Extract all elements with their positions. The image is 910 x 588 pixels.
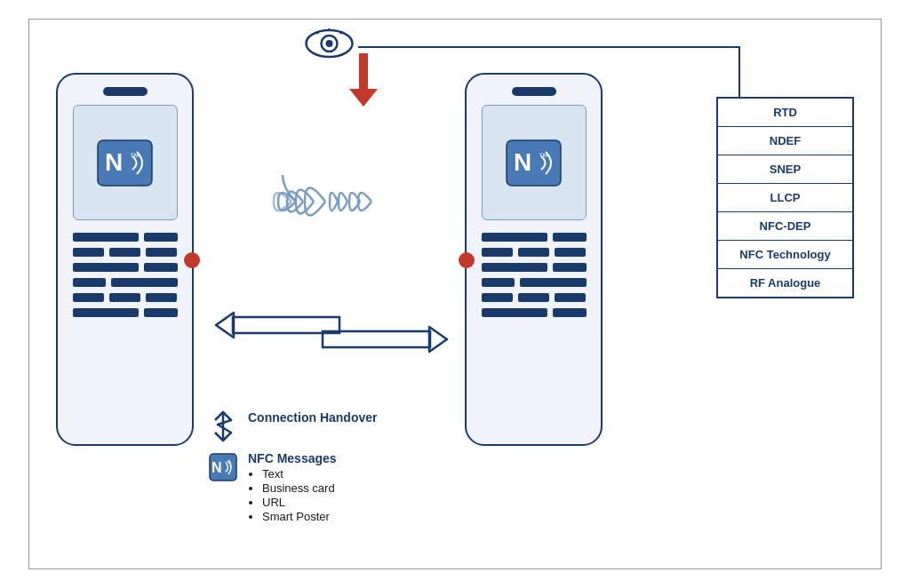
nfc-messages-label: NFC Messages Text Business card URL Smar… bbox=[248, 451, 337, 524]
phone-right: N ™ bbox=[465, 73, 603, 446]
phone-right-screen: N ™ bbox=[482, 105, 587, 220]
stack-layer-rtd: RTD bbox=[718, 99, 852, 127]
list-item-url: URL bbox=[262, 496, 337, 509]
eye-line-down bbox=[738, 48, 740, 97]
stack-layer-rf-analogue: RF Analogue bbox=[718, 269, 852, 297]
svg-line-16 bbox=[215, 433, 223, 441]
signal-waves bbox=[207, 144, 456, 259]
nfc-logo-right: N ™ bbox=[503, 136, 565, 189]
svg-line-5 bbox=[340, 32, 342, 34]
red-arrow-down bbox=[349, 53, 378, 107]
list-item-smart-poster: Smart Poster bbox=[262, 510, 337, 523]
phone-right-speaker bbox=[512, 87, 556, 96]
svg-line-4 bbox=[316, 32, 318, 34]
svg-marker-11 bbox=[429, 327, 447, 352]
svg-point-2 bbox=[326, 40, 333, 47]
legend-bluetooth: Connection Handover bbox=[207, 410, 447, 442]
bluetooth-label: Connection Handover bbox=[248, 410, 377, 425]
bluetooth-icon bbox=[207, 410, 239, 442]
phone-left-screen: N ™ bbox=[73, 105, 178, 220]
eye-icon bbox=[305, 28, 354, 63]
list-item-business-card: Business card bbox=[262, 481, 337, 495]
svg-text:N: N bbox=[514, 148, 531, 176]
nfc-messages-icon: N ™ bbox=[207, 451, 239, 483]
legend-nfc: N ™ NFC Messages Text Business card URL … bbox=[207, 451, 447, 524]
phone-right-dot bbox=[459, 252, 475, 268]
stack-layer-nfc-technology: NFC Technology bbox=[718, 241, 852, 269]
eye-line bbox=[358, 46, 740, 48]
phone-left: N ™ bbox=[56, 73, 194, 446]
nfc-logo-left: N ™ bbox=[94, 136, 156, 189]
phone-left-dot bbox=[184, 252, 200, 268]
protocol-stack: RTD NDEF SNEP LLCP NFC-DEP NFC Technolog… bbox=[716, 97, 854, 298]
list-item-text: Text bbox=[262, 467, 337, 481]
svg-text:N: N bbox=[212, 460, 222, 475]
phone-right-keys bbox=[482, 233, 587, 317]
diagram-container: N ™ bbox=[28, 19, 882, 569]
stack-layer-snep: SNEP bbox=[718, 155, 852, 184]
stack-layer-ndef: NDEF bbox=[718, 127, 852, 155]
stack-layer-nfc-dep: NFC-DEP bbox=[718, 212, 852, 241]
svg-text:N: N bbox=[105, 148, 123, 176]
svg-marker-9 bbox=[216, 313, 234, 338]
lr-arrows bbox=[207, 306, 456, 362]
nfc-messages-list: Text Business card URL Smart Poster bbox=[248, 467, 337, 523]
legend: Connection Handover N ™ NFC Messages Tex… bbox=[207, 410, 447, 533]
phone-left-speaker bbox=[103, 87, 148, 96]
stack-layer-llcp: LLCP bbox=[718, 184, 852, 212]
svg-line-17 bbox=[215, 412, 223, 420]
phone-left-keys bbox=[73, 233, 178, 317]
